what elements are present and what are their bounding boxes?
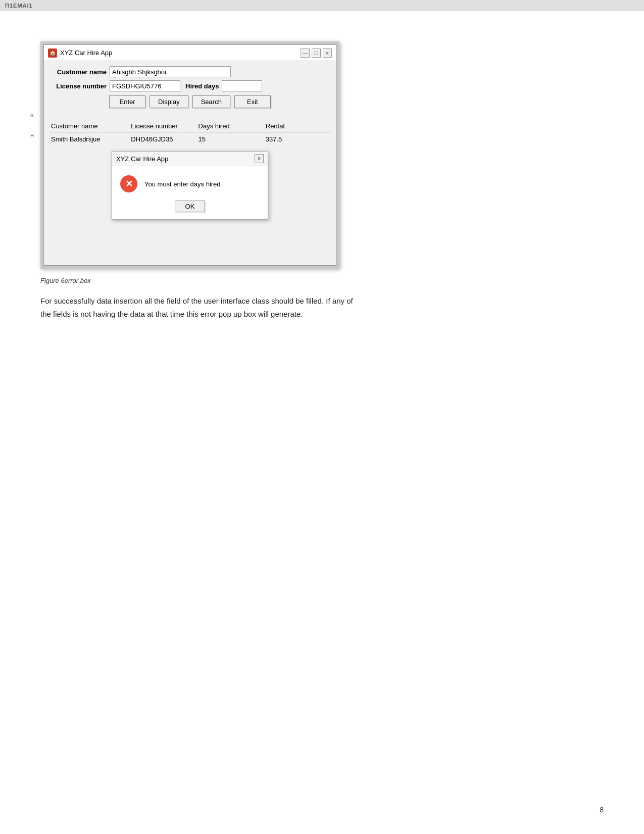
buttons-row: Enter Display Search Exit bbox=[51, 95, 329, 108]
col-header-license: License number bbox=[129, 121, 196, 131]
cell-days: 15 bbox=[196, 134, 264, 144]
hired-days-input[interactable] bbox=[222, 80, 262, 91]
sidebar-letter-h: н bbox=[30, 131, 34, 139]
form-area: Customer name License number Hired days … bbox=[44, 61, 336, 118]
dialog-title: XYZ Car Hire App bbox=[116, 155, 168, 163]
window-close-button[interactable]: × bbox=[323, 48, 332, 58]
cell-license: DHD46GJD35 bbox=[129, 134, 196, 144]
sidebar-letter-s: s bbox=[30, 111, 34, 119]
customer-name-row: Customer name bbox=[51, 66, 329, 77]
error-icon: ✕ bbox=[120, 175, 137, 192]
error-dialog: XYZ Car Hire App × ✕ You must enter days… bbox=[112, 151, 268, 220]
title-bar: 🏠 XYZ Car Hire App — □ × bbox=[44, 45, 336, 61]
search-button[interactable]: Search bbox=[192, 95, 230, 108]
dialog-body: ✕ You must enter days hired bbox=[112, 166, 268, 199]
dialog-overlay: XYZ Car Hire App × ✕ You must enter days… bbox=[49, 151, 331, 220]
minimize-button[interactable]: — bbox=[301, 48, 310, 58]
page-content: 🏠 XYZ Car Hire App — □ × Customer name bbox=[0, 11, 644, 351]
app-icon: 🏠 bbox=[48, 48, 57, 58]
figure-caption: Figure 6error box bbox=[40, 277, 604, 284]
dialog-ok-button[interactable]: OK bbox=[175, 201, 206, 212]
title-bar-left: 🏠 XYZ Car Hire App bbox=[48, 48, 112, 58]
body-text-line1: For successfully data insertion all the … bbox=[40, 297, 353, 305]
license-row: License number Hired days bbox=[51, 80, 329, 91]
table-headers: Customer name License number Days hired … bbox=[49, 120, 331, 132]
table-row: Smith Balsdrsjue DHD46GJD35 15 337.5 bbox=[49, 132, 331, 146]
customer-name-label: Customer name bbox=[51, 68, 107, 76]
window-area: 🏠 XYZ Car Hire App — □ × Customer name bbox=[40, 41, 604, 269]
license-input[interactable] bbox=[110, 80, 180, 91]
customer-name-input[interactable] bbox=[110, 66, 231, 77]
main-window: 🏠 XYZ Car Hire App — □ × Customer name bbox=[43, 44, 336, 266]
body-text-line2: the fields is not having the data at tha… bbox=[40, 310, 303, 318]
col-header-days: Days hired bbox=[196, 121, 264, 131]
dialog-footer: OK bbox=[112, 199, 268, 219]
exit-button[interactable]: Exit bbox=[234, 95, 271, 108]
top-bar: Π1ΕΜΑΙ1 bbox=[0, 0, 644, 11]
body-paragraph: For successfully data insertion all the … bbox=[40, 295, 475, 320]
window-blank-space bbox=[49, 220, 331, 260]
col-header-rental: Rental bbox=[264, 121, 331, 131]
window-title: XYZ Car Hire App bbox=[60, 49, 112, 57]
maximize-button[interactable]: □ bbox=[312, 48, 321, 58]
license-label: License number bbox=[51, 82, 107, 90]
enter-button[interactable]: Enter bbox=[109, 95, 145, 108]
hired-days-label: Hired days bbox=[185, 82, 219, 90]
cell-rental: 337.5 bbox=[264, 134, 331, 144]
dialog-close-button[interactable]: × bbox=[255, 154, 264, 163]
dialog-titlebar: XYZ Car Hire App × bbox=[112, 152, 268, 166]
col-header-customer: Customer name bbox=[49, 121, 129, 131]
cell-customer: Smith Balsdrsjue bbox=[49, 134, 129, 144]
title-bar-controls: — □ × bbox=[301, 48, 332, 58]
dialog-message: You must enter days hired bbox=[144, 180, 221, 188]
page-number: 8 bbox=[600, 806, 604, 814]
top-bar-label: Π1ΕΜΑΙ1 bbox=[5, 3, 33, 9]
table-area: Customer name License number Days hired … bbox=[44, 118, 336, 265]
display-button[interactable]: Display bbox=[150, 95, 188, 108]
error-icon-symbol: ✕ bbox=[125, 178, 133, 189]
window-shadow: 🏠 XYZ Car Hire App — □ × Customer name bbox=[40, 41, 339, 269]
